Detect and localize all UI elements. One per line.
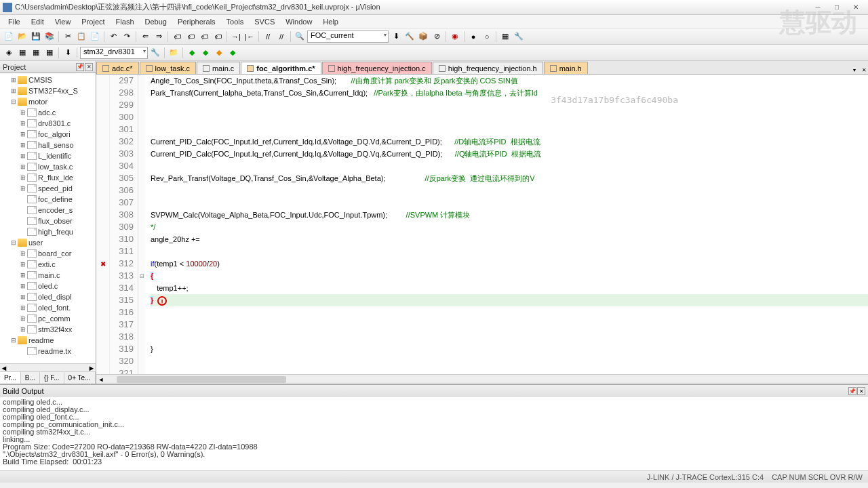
build-close-icon[interactable]: ✕	[857, 387, 865, 395]
manage-icon[interactable]: 📁	[167, 47, 180, 59]
tree-item[interactable]: ⊞board_cor	[1, 248, 94, 259]
project-tab[interactable]: Pr...	[0, 372, 21, 384]
tree-item[interactable]: ⊞adc.c	[1, 107, 94, 118]
tree-item[interactable]: ⊞oled_font.	[1, 302, 94, 313]
tree-item[interactable]: ⊞speed_pid	[1, 183, 94, 194]
project-tab[interactable]: {} F...	[40, 372, 64, 384]
find-icon[interactable]: 🔍	[294, 30, 306, 43]
project-tab[interactable]: 0+ Te...	[64, 372, 96, 384]
green-dot3-icon[interactable]: ◆	[226, 47, 239, 59]
tree-item[interactable]: ⊟motor	[1, 96, 94, 107]
tree-item[interactable]: ⊟readme	[1, 335, 94, 346]
batch2-icon[interactable]: ▦	[43, 47, 56, 59]
batch-icon[interactable]: 📦	[417, 30, 429, 43]
tree-item[interactable]: ⊞drv8301.c	[1, 118, 94, 129]
nav-back-icon[interactable]: ⇐	[139, 30, 151, 43]
target-combo[interactable]: FOC_current	[307, 30, 389, 43]
menu-peripherals[interactable]: Peripherals	[172, 16, 221, 27]
horizontal-scrollbar[interactable]: ◄	[96, 374, 868, 384]
tree-item[interactable]: ⊞hall_senso	[1, 140, 94, 150]
debug-icon[interactable]: ◉	[449, 30, 461, 43]
comment-icon[interactable]: //	[262, 30, 274, 43]
paste-icon[interactable]: 📄	[89, 30, 101, 43]
tree-item[interactable]: readme.tx	[1, 346, 94, 357]
panel-close-icon[interactable]: ✕	[85, 63, 93, 71]
build2-icon[interactable]: ▦	[16, 47, 28, 59]
download-icon[interactable]: ⬇	[62, 47, 74, 59]
green-dot2-icon[interactable]: ◆	[199, 47, 212, 59]
tab-close-icon[interactable]: ✕	[860, 66, 868, 74]
project-tree[interactable]: ⊞CMSIS⊞STM32F4xx_S⊟motor⊞adc.c⊞drv8301.c…	[0, 73, 96, 363]
bookmark-next-icon[interactable]: 🏷	[198, 30, 210, 43]
nav-fwd-icon[interactable]: ⇒	[153, 30, 165, 43]
tree-item[interactable]: ⊞main.c	[1, 270, 94, 281]
project-tab[interactable]: B...	[21, 372, 40, 384]
file-tab[interactable]: high_frequency_injection.c	[322, 62, 432, 74]
tree-item[interactable]: ⊞exti.c	[1, 259, 94, 270]
config-icon[interactable]: 🔧	[513, 30, 525, 43]
tree-item[interactable]: ⊞STM32F4xx_S	[1, 85, 94, 96]
tree-item[interactable]: ⊞CMSIS	[1, 75, 94, 85]
stop-icon[interactable]: ⊘	[431, 30, 443, 43]
file-tab[interactable]: foc_algorithm.c*	[241, 62, 321, 74]
tree-item[interactable]: high_frequ	[1, 226, 94, 237]
code-content[interactable]: Angle_To_Cos_Sin(FOC_Input.theta,&Transf…	[145, 75, 868, 374]
bookmark-clear-icon[interactable]: 🏷	[212, 30, 224, 43]
undo-icon[interactable]: ↶	[107, 30, 119, 43]
project-combo[interactable]: stm32_drv8301	[80, 47, 148, 59]
build-pin-icon[interactable]: 📌	[848, 387, 856, 395]
tree-item[interactable]: ⊞low_task.c	[1, 161, 94, 172]
tab-dropdown-icon[interactable]: ▾	[850, 66, 859, 74]
tree-item[interactable]: ⊞pc_comm	[1, 313, 94, 324]
maximize-button[interactable]: □	[827, 1, 846, 14]
file-tab[interactable]: adc.c*	[96, 62, 139, 74]
tree-item[interactable]: flux_obser	[1, 216, 94, 226]
menu-window[interactable]: Window	[280, 16, 317, 27]
tree-item[interactable]: ⊟user	[1, 237, 94, 248]
disable-bp-icon[interactable]: ○	[481, 30, 493, 43]
menu-flash[interactable]: Flash	[111, 16, 140, 27]
tree-item[interactable]: encoder_s	[1, 205, 94, 216]
fold-column[interactable]: ⊟	[138, 75, 145, 374]
file-tab[interactable]: main.c	[197, 62, 240, 74]
translate-icon[interactable]: ◈	[3, 47, 15, 59]
tree-item[interactable]: foc_define	[1, 194, 94, 205]
saveall-icon[interactable]: 📚	[43, 30, 56, 43]
options-icon[interactable]: 🔧	[149, 47, 161, 59]
menu-file[interactable]: File	[3, 16, 26, 27]
bookmark-prev-icon[interactable]: 🏷	[184, 30, 197, 43]
uncomment-icon[interactable]: //	[275, 30, 288, 43]
save-icon[interactable]: 💾	[30, 30, 42, 43]
rebuild2-icon[interactable]: ▦	[30, 47, 42, 59]
indent-icon[interactable]: →|	[230, 30, 242, 43]
tree-scrollbar[interactable]: ◄►	[0, 363, 96, 371]
orange-dot-icon[interactable]: ◆	[213, 47, 225, 59]
new-icon[interactable]: 📄	[3, 30, 15, 43]
file-tab[interactable]: high_frequency_injection.h	[433, 62, 543, 74]
tree-item[interactable]: ⊞oled.c	[1, 281, 94, 291]
close-button[interactable]: ✕	[846, 1, 865, 14]
cut-icon[interactable]: ✂	[62, 30, 74, 43]
menu-debug[interactable]: Debug	[140, 16, 172, 27]
tree-item[interactable]: ⊞oled_displ	[1, 291, 94, 302]
menu-project[interactable]: Project	[76, 16, 110, 27]
file-tab[interactable]: low_task.c	[140, 62, 196, 74]
copy-icon[interactable]: 📋	[75, 30, 87, 43]
outdent-icon[interactable]: |←	[243, 30, 256, 43]
window-icon[interactable]: ▦	[499, 30, 511, 43]
minimize-button[interactable]: ─	[808, 1, 827, 14]
green-dot-icon[interactable]: ◆	[186, 47, 198, 59]
bookmark-icon[interactable]: 🏷	[171, 30, 183, 43]
menu-svcs[interactable]: SVCS	[249, 16, 280, 27]
menu-edit[interactable]: Edit	[26, 16, 50, 27]
panel-pin-icon[interactable]: 📌	[76, 63, 84, 71]
file-tab[interactable]: main.h	[544, 62, 588, 74]
menu-view[interactable]: View	[50, 16, 77, 27]
redo-icon[interactable]: ↷	[121, 30, 133, 43]
build-icon[interactable]: ⬇	[390, 30, 402, 43]
code-area[interactable]: ✖ 29729829930030130230330430530630730830…	[96, 75, 868, 374]
menu-help[interactable]: Help	[317, 16, 344, 27]
rebuild-icon[interactable]: 🔨	[403, 30, 416, 43]
open-icon[interactable]: 📂	[16, 30, 28, 43]
tree-item[interactable]: ⊞R_flux_ide	[1, 172, 94, 183]
